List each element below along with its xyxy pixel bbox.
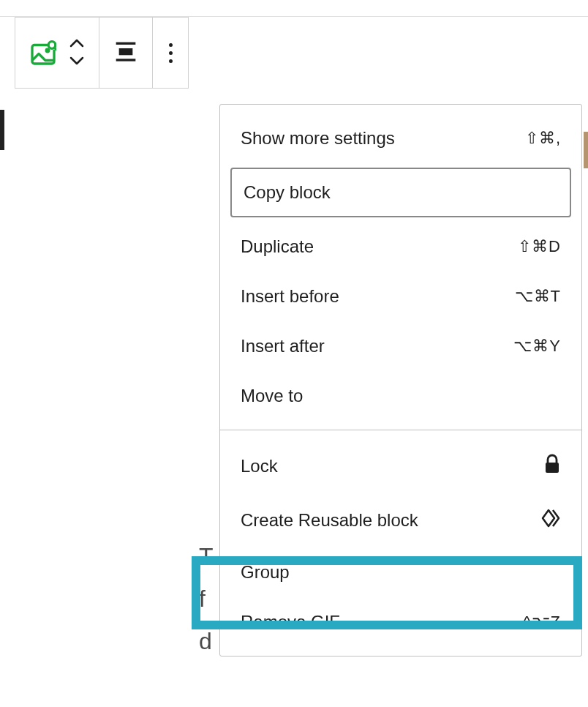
menu-item-duplicate[interactable]: Duplicate ⇧⌘D [220, 222, 581, 272]
menu-item-label: Move to [241, 386, 561, 406]
menu-item-label: Lock [241, 456, 543, 476]
block-type-mover-section [15, 18, 99, 88]
svg-line-4 [55, 48, 56, 50]
menu-item-label: Copy block [244, 182, 558, 203]
block-toolbar [15, 17, 189, 89]
move-down-button[interactable] [69, 55, 84, 68]
dot-icon [169, 51, 173, 55]
keyboard-shortcut: ^⌥Z [523, 613, 561, 632]
more-section [153, 18, 188, 88]
menu-item-insert-after[interactable]: Insert after ⌥⌘Y [220, 321, 581, 371]
menu-item-label: Duplicate [241, 236, 518, 257]
menu-item-label: Insert before [241, 286, 515, 307]
dot-icon [169, 43, 173, 47]
menu-item-label: Insert after [241, 336, 513, 356]
svg-rect-8 [546, 463, 559, 473]
menu-item-copy-block[interactable]: Copy block [230, 168, 571, 217]
menu-item-label: Create Reusable block [241, 510, 540, 531]
menu-item-create-reusable[interactable]: Create Reusable block [220, 493, 581, 547]
align-button[interactable] [114, 40, 137, 66]
lock-icon [543, 454, 561, 479]
menu-item-label: Group [241, 562, 561, 583]
dot-icon [169, 59, 173, 63]
menu-group-edit: Show more settings ⇧⌘, Copy block Duplic… [220, 105, 581, 430]
background-text-fragment: T [199, 543, 214, 570]
menu-item-show-more-settings[interactable]: Show more settings ⇧⌘, [220, 113, 581, 163]
more-options-button[interactable] [167, 43, 173, 63]
menu-item-move-to[interactable]: Move to [220, 371, 581, 421]
keyboard-shortcut: ⌥⌘T [515, 287, 561, 306]
background-text-fragment: d [199, 628, 212, 655]
menu-group-actions: Lock Create Reusable block Group Remove … [220, 430, 581, 656]
block-options-dropdown: Show more settings ⇧⌘, Copy block Duplic… [219, 104, 582, 656]
svg-rect-6 [119, 48, 133, 55]
menu-item-label: Remove GIF [241, 612, 523, 632]
image-block-icon[interactable] [30, 40, 56, 66]
background-text-fragment: f [199, 586, 206, 613]
right-edge-fragment [584, 132, 588, 168]
reusable-block-icon [540, 508, 561, 533]
menu-item-insert-before[interactable]: Insert before ⌥⌘T [220, 272, 581, 321]
left-edge-fragment [0, 110, 4, 150]
menu-item-remove-gif[interactable]: Remove GIF ^⌥Z [220, 597, 581, 647]
keyboard-shortcut: ⇧⌘, [525, 129, 561, 148]
menu-item-label: Show more settings [241, 128, 525, 149]
move-up-button[interactable] [69, 37, 84, 50]
keyboard-shortcut: ⇧⌘D [518, 237, 561, 256]
keyboard-shortcut: ⌥⌘Y [513, 337, 561, 356]
menu-item-group[interactable]: Group [220, 547, 581, 597]
align-section [99, 18, 153, 88]
menu-item-lock[interactable]: Lock [220, 439, 581, 493]
block-mover [69, 37, 84, 68]
